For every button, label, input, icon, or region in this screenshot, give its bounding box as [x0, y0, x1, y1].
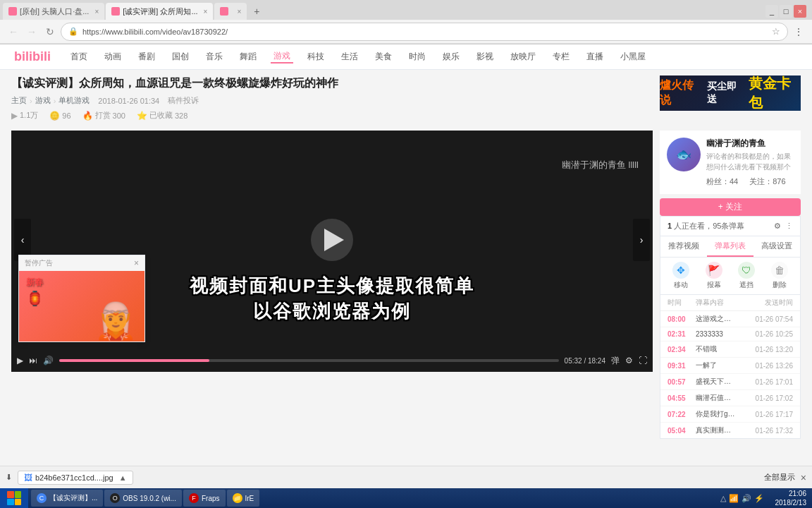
nav-anime[interactable]: 动画	[102, 51, 124, 63]
nav-dance[interactable]: 舞蹈	[237, 51, 259, 63]
back-btn[interactable]: ←	[6, 24, 21, 40]
ad-banner[interactable]: 爐火传说 买尘即送 黄金卡包	[660, 75, 801, 111]
maximize-btn[interactable]: □	[780, 5, 792, 18]
taskbar-item-obs[interactable]: O OBS 19.0.2 (wi...	[104, 490, 182, 507]
breadcrumb: 主页 › 游戏 › 单机游戏	[11, 95, 90, 106]
taskbar-item-chrome[interactable]: C 【诚实评测】...	[31, 490, 103, 507]
ad-popup-close-btn[interactable]: ×	[134, 258, 139, 268]
progress-bar[interactable]	[59, 359, 559, 362]
danmaku-row-7[interactable]: 05:04 真实测测你花色找来... 01-26 17:32	[660, 423, 800, 438]
danmaku-row-4[interactable]: 00:57 盛视天下散一... 01-26 17:01	[660, 374, 800, 390]
taskbar-item-fraps[interactable]: F Fraps	[183, 490, 226, 507]
nav-game[interactable]: 游戏	[271, 50, 293, 64]
site-logo: bilibili	[14, 49, 51, 64]
video-type[interactable]: 稿件投诉	[168, 95, 199, 106]
fav-count: 328	[175, 111, 187, 120]
address-bar[interactable]: 🔒 https://www.bilibili.com/video/av18730…	[61, 23, 788, 41]
download-file-item[interactable]: 🖼 b24b6e371cc1cd....jpg ▲	[18, 471, 133, 485]
follow-btn[interactable]: + 关注	[660, 198, 801, 216]
close-btn[interactable]: ×	[794, 5, 806, 18]
action-shield[interactable]: 🛡 遮挡	[738, 262, 755, 290]
nav-cn[interactable]: 国创	[169, 51, 192, 63]
tab-3[interactable]: ×	[214, 3, 247, 20]
nav-music[interactable]: 音乐	[203, 51, 226, 63]
ctrl-fullscreen[interactable]: ⛶	[639, 356, 647, 365]
danmaku-row-2[interactable]: 02:34 不错哦 01-26 13:20	[660, 341, 800, 358]
fans-label-text: 粉丝	[706, 177, 722, 186]
danmaku-row-5[interactable]: 04:55 幽潜石值获我在找矿 01-26 17:02	[660, 390, 800, 406]
nav-ent[interactable]: 娱乐	[440, 51, 462, 63]
reward-count: 300	[113, 111, 125, 120]
systray-arrow-icon[interactable]: △	[720, 494, 726, 503]
start-sq4	[15, 499, 22, 506]
chrome-icon: C	[37, 493, 47, 503]
tab-danmaku-list[interactable]: 弹幕列表	[707, 236, 753, 257]
tab-2[interactable]: [诚实评测] 众所周知... ×	[106, 3, 213, 20]
stat-rewards: 🔥 打赏 300	[82, 110, 125, 121]
new-tab-btn[interactable]: +	[248, 3, 265, 20]
bookmark-icon[interactable]: ☆	[772, 26, 780, 37]
systray-volume-icon[interactable]: 🔊	[742, 494, 751, 503]
panel-tabs: 推荐视频 弹幕列表 高级设置	[660, 236, 800, 258]
nav-tech[interactable]: 科技	[304, 51, 327, 63]
action-delete[interactable]: 🗑 删除	[771, 262, 788, 290]
tab-1-favicon	[8, 7, 17, 16]
action-report-label: 报幕	[707, 280, 721, 290]
danmaku-row-6[interactable]: 07:22 你是我打gav的的放买 01-26 17:17	[660, 406, 800, 423]
user-avatar: 🐟	[667, 138, 701, 171]
tab-3-close[interactable]: ×	[237, 8, 241, 16]
download-caret-icon[interactable]: ▲	[119, 473, 127, 482]
forward-btn[interactable]: →	[24, 24, 39, 40]
taskbar-item-folder[interactable]: 📁 IrE	[227, 490, 260, 507]
player-next-arrow[interactable]: ›	[633, 219, 650, 261]
breadcrumb-home[interactable]: 主页	[11, 95, 27, 106]
tab-1-close[interactable]: ×	[94, 8, 99, 16]
danmaku-row-1[interactable]: 02:31 2333333 01-26 10:25	[660, 327, 800, 341]
tab-recommended[interactable]: 推荐视频	[660, 236, 707, 257]
panel-more-icon[interactable]: ⋮	[785, 222, 793, 231]
col-time: 时间	[668, 298, 696, 308]
danmaku-row-0[interactable]: 08:00 这游戏之所的的就他... 01-26 07:54	[660, 311, 800, 327]
extensions-btn[interactable]: ⋮	[791, 24, 806, 40]
tab-1[interactable]: [原创] 头脑人口·盘... ×	[3, 3, 104, 20]
show-all-btn[interactable]: 全部显示	[764, 472, 795, 483]
nav-live[interactable]: 直播	[584, 51, 606, 63]
ctrl-play[interactable]: ▶	[17, 356, 23, 365]
video-main: 幽潜于渊的青鱼 lllll ‹ ›	[11, 131, 801, 439]
tab-advanced[interactable]: 高级设置	[753, 236, 800, 257]
nav-cinema[interactable]: 放映厅	[508, 51, 539, 63]
tab-2-close[interactable]: ×	[204, 8, 208, 16]
nav-blackroom[interactable]: 小黑屋	[617, 51, 648, 63]
breadcrumb-game[interactable]: 游戏	[35, 95, 51, 106]
play-count: 1.1万	[20, 110, 38, 121]
panel-settings-icon[interactable]: ⚙	[774, 222, 781, 231]
reward-label: 打赏	[95, 110, 111, 121]
nav-film[interactable]: 影视	[474, 51, 496, 63]
action-report[interactable]: 🚩 报幕	[706, 262, 722, 290]
nav-fashion[interactable]: 时尚	[406, 51, 429, 63]
ctrl-volume[interactable]: 🔊	[43, 356, 54, 365]
user-name[interactable]: 幽潜于渊的青鱼	[706, 138, 794, 150]
dr-content-5: 幽潜石值获我在找矿	[696, 393, 737, 403]
breadcrumb-singlegame[interactable]: 单机游戏	[59, 95, 90, 106]
dr-sendtime-0: 01-26 07:54	[737, 315, 793, 323]
nav-food[interactable]: 美食	[372, 51, 395, 63]
taskbar-clock[interactable]: 21:06 2018/2/13	[770, 489, 813, 507]
ad-popup-image[interactable]: 🧝 新春 🏮	[19, 271, 144, 341]
ctrl-next[interactable]: ⏭	[29, 356, 37, 365]
nav-series[interactable]: 番剧	[135, 51, 158, 63]
minimize-btn[interactable]: _	[765, 5, 778, 18]
tab-2-title: [诚实评测] 众所周知...	[123, 6, 197, 17]
nav-life[interactable]: 生活	[338, 51, 361, 63]
download-bar-close[interactable]: ×	[801, 472, 806, 483]
play-triangle-icon	[324, 229, 344, 251]
play-btn-center[interactable]	[311, 219, 353, 261]
nav-column[interactable]: 专栏	[550, 51, 572, 63]
danmaku-row-3[interactable]: 09:31 一解了 01-26 13:26	[660, 358, 800, 374]
refresh-btn[interactable]: ↻	[42, 24, 58, 40]
ctrl-settings[interactable]: ⚙	[625, 356, 633, 365]
start-btn[interactable]	[0, 488, 28, 508]
ctrl-danmaku[interactable]: 弹	[611, 355, 620, 367]
action-move[interactable]: ✥ 移动	[672, 262, 689, 290]
nav-home[interactable]: 首页	[68, 51, 90, 63]
